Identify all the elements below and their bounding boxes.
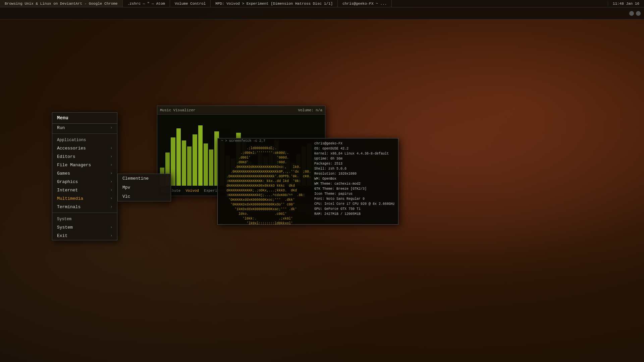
toolbar	[0, 7, 644, 19]
taskbar-right: 11:48 Jan 16	[608, 0, 644, 7]
taskbar: Browsing Unix & Linux on DeviantArt - Go…	[0, 0, 644, 7]
sysinfo-gpu: GPU: GeForce GTX 750 Ti	[314, 206, 395, 212]
terminal-sysinfo: chris@geeko-FX OS: openSUSE 42.2 Kernel:…	[314, 141, 395, 217]
sysinfo-gtk-theme: GTK Theme: Breeze [GTK2/3]	[314, 186, 395, 191]
menu-terminals[interactable]: Terminals ›	[52, 203, 117, 211]
sysinfo-wm-theme: WM Theme: cathexis-mod2	[314, 181, 395, 186]
editors-arrow: ›	[110, 155, 112, 159]
exit-arrow: ›	[110, 234, 112, 238]
run-arrow: ›	[110, 126, 112, 130]
menu-editors[interactable]: Editors ›	[52, 153, 117, 161]
menu-graphics[interactable]: Graphics ›	[52, 178, 117, 186]
graphics-arrow: ›	[110, 180, 112, 184]
vis-bar-4	[182, 140, 186, 186]
multimedia-arrow: ›	[110, 197, 112, 200]
taskbar-chrome[interactable]: Browsing Unix & Linux on DeviantArt - Go…	[0, 0, 123, 7]
vis-bar-6	[193, 134, 197, 186]
applications-section: Applications	[52, 135, 117, 144]
system-arrow: ›	[110, 226, 112, 229]
vis-bar-9	[209, 149, 213, 186]
submenu-mpv[interactable]: Mpv	[118, 183, 171, 192]
terminal-body: .;ld000000kdl;. .;d00xl:'''''''':ok00d;.…	[218, 143, 398, 225]
music-vis-volume: Volume: n/a	[298, 108, 322, 112]
sysinfo-os: OS: openSUSE 42.2	[314, 146, 395, 151]
toolbar-btn-2[interactable]	[636, 11, 641, 16]
multimedia-submenu: Clementine Mpv Vlc	[117, 174, 171, 201]
sysinfo-font: Font: Noto Sans Regular 9	[314, 196, 395, 201]
menu-multimedia[interactable]: Multimedia ›	[52, 194, 117, 203]
menu-games[interactable]: Games ›	[52, 169, 117, 178]
taskbar-atom[interactable]: .zshrc — " — Atom	[123, 0, 170, 7]
app-menu: Menu Run › Applications Accessories › Ed…	[52, 112, 117, 240]
menu-exit[interactable]: Exit ›	[52, 232, 117, 240]
sysinfo-icon-theme: Icon Theme: papirus	[314, 191, 395, 196]
menu-accessories[interactable]: Accessories ›	[52, 144, 117, 153]
menu-file-managers[interactable]: File Managers ›	[52, 161, 117, 169]
sysinfo-resolution: Resolution: 644x362	[314, 171, 395, 176]
taskbar-mpd[interactable]: MPD: Voivod > Experiment [Dimension Hatr…	[211, 0, 338, 7]
terminal-window: ~ > screenfetch -c 2,7 .;ld000000kdl;. .…	[217, 138, 398, 225]
vis-bar-5	[187, 146, 192, 186]
sysinfo-shell: Shell: zsh 5.0.6	[314, 166, 395, 171]
toolbar-btn-1[interactable]	[629, 11, 634, 16]
taskbar-volume[interactable]: Volume Control	[170, 0, 211, 7]
internet-arrow: ›	[110, 188, 112, 192]
system-section: System	[52, 214, 117, 223]
terminal-ascii: .;ld000000kdl;. .;d00xl:'''''''':ok00d;.…	[219, 143, 314, 225]
taskbar-time: 11:48 Jan 16	[608, 2, 644, 6]
menu-internet[interactable]: Internet ›	[52, 186, 117, 194]
track-voivod[interactable]: Voivod	[185, 189, 199, 193]
vis-bar-3	[176, 128, 181, 186]
music-vis-titlebar: Music Visualizer Volume: n/a	[157, 106, 325, 115]
menu-run[interactable]: Run ›	[52, 124, 117, 132]
terminals-arrow: ›	[110, 205, 112, 209]
sysinfo-ram: RAM: 2427MiB / 12005MiB	[314, 212, 395, 217]
sysinfo-wm: WM: OpenBox	[314, 176, 395, 181]
vis-bar-8	[204, 143, 208, 186]
submenu-vlc[interactable]: Vlc	[118, 192, 171, 201]
file-managers-arrow: ›	[110, 163, 112, 167]
submenu-clementine[interactable]: Clementine	[118, 174, 171, 183]
sysinfo-cpu: CPU: Intel Core i7 CPU 920 @ 8x 2.668GHz	[314, 201, 395, 206]
music-vis-title: Music Visualizer	[160, 108, 196, 112]
menu-divider-2	[52, 213, 117, 213]
accessories-arrow: ›	[110, 146, 112, 150]
toolbar-buttons	[629, 11, 644, 16]
menu-title: Menu	[52, 113, 117, 124]
sysinfo-kernel: Kernel: x86_64 Linux 4.4.36-8-default	[314, 151, 395, 156]
games-arrow: ›	[110, 172, 112, 175]
sysinfo-packages: Packages: 2513	[314, 161, 395, 166]
vis-bar-2	[171, 137, 175, 186]
menu-divider-1	[52, 133, 117, 134]
vis-bar-7	[198, 125, 203, 186]
menu-system[interactable]: System ›	[52, 223, 117, 232]
taskbar-terminal[interactable]: chris@geeko-FX ~ ...	[338, 0, 392, 7]
sysinfo-hostname: chris@geeko-FX	[314, 141, 395, 146]
sysinfo-uptime: Uptime: 6h 36m	[314, 156, 395, 161]
